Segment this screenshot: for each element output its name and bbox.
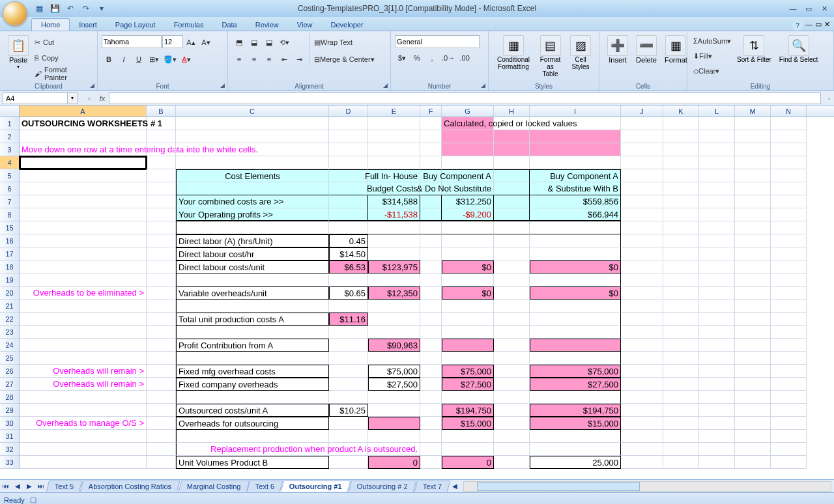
doc-close[interactable]: ✕ (824, 20, 830, 31)
ribbon-tab-formulas[interactable]: Formulas (165, 19, 213, 31)
cell-G26[interactable]: $75,000 (442, 365, 494, 378)
cell-C24[interactable]: Profit Contribution from A (176, 339, 329, 352)
cell-I24[interactable] (530, 339, 621, 352)
cell-F29[interactable] (420, 404, 442, 417)
cell-B20[interactable] (147, 287, 176, 300)
cell-H33[interactable] (494, 456, 530, 469)
restore-button[interactable]: ▭ (801, 3, 816, 14)
cell-I26[interactable]: $75,000 (530, 365, 621, 378)
cell-B6[interactable] (147, 182, 176, 195)
cell-K29[interactable] (663, 404, 699, 417)
cell-J17[interactable] (621, 247, 663, 260)
cell-A21[interactable] (20, 300, 147, 313)
cell-B29[interactable] (147, 404, 176, 417)
cell-A17[interactable] (20, 247, 147, 260)
cell-A18[interactable] (20, 260, 147, 273)
cell-L4[interactable] (699, 156, 735, 169)
cell-F17[interactable] (420, 247, 442, 260)
cell-I15[interactable] (530, 221, 621, 234)
cell-I16[interactable] (530, 234, 621, 247)
cancel-formula-icon[interactable]: ● (83, 92, 96, 104)
cell-B28[interactable] (147, 391, 176, 404)
cell-A26[interactable]: Overheads will remain > (20, 365, 147, 378)
cell-L6[interactable] (699, 182, 735, 195)
column-header-L[interactable]: L (699, 105, 735, 117)
cell-D28[interactable] (329, 391, 368, 404)
cell-J3[interactable] (621, 143, 663, 156)
redo-icon[interactable]: ↷ (79, 2, 93, 15)
cell-F2[interactable] (420, 130, 442, 143)
cell-E29[interactable] (368, 404, 420, 417)
cell-L28[interactable] (699, 391, 735, 404)
column-header-N[interactable]: N (771, 105, 807, 117)
paste-button[interactable]: 📋 Paste ▾ (4, 33, 33, 81)
cell-H29[interactable] (494, 404, 530, 417)
cell-E23[interactable] (368, 326, 420, 339)
cell-D16[interactable]: 0.45 (329, 234, 368, 247)
cell-E21[interactable] (368, 300, 420, 313)
row-header-16[interactable]: 16 (0, 234, 20, 247)
column-header-J[interactable]: J (621, 105, 663, 117)
cell-H6[interactable] (494, 182, 530, 195)
tab-nav-first[interactable]: ⏮ (0, 481, 12, 492)
cell-N31[interactable] (771, 430, 807, 443)
row-header-19[interactable]: 19 (0, 273, 20, 287)
insert-button[interactable]: ➕Insert (603, 33, 632, 66)
cell-E18[interactable]: $123,975 (368, 260, 420, 273)
column-header-F[interactable]: F (420, 105, 442, 117)
cell-E28[interactable] (368, 391, 420, 404)
cell-K26[interactable] (663, 365, 699, 378)
fill-button[interactable]: ⬇ Fill ▾ (691, 49, 733, 63)
cell-D3[interactable] (329, 143, 368, 156)
cell-G21[interactable] (442, 300, 494, 313)
cell-J27[interactable] (621, 378, 663, 391)
cell-L31[interactable] (699, 430, 735, 443)
cell-E33[interactable]: 0 (368, 456, 420, 469)
row-header-3[interactable]: 3 (0, 143, 20, 156)
cell-A32[interactable] (20, 443, 147, 456)
cell-B16[interactable] (147, 234, 176, 247)
cell-M4[interactable] (735, 156, 771, 169)
cell-D7[interactable] (329, 195, 368, 208)
cell-C28[interactable] (176, 391, 329, 404)
cell-F7[interactable] (420, 195, 442, 208)
cell-M8[interactable] (735, 208, 771, 221)
currency-icon[interactable]: $▾ (395, 51, 409, 65)
cell-M19[interactable] (735, 273, 771, 287)
cell-C22[interactable]: Total unit production costs A (176, 313, 329, 326)
column-header-A[interactable]: A (20, 105, 147, 117)
cell-H5[interactable] (494, 169, 530, 182)
column-header-G[interactable]: G (442, 105, 494, 117)
expand-formula-bar[interactable]: ⌄ (824, 95, 834, 101)
cell-B26[interactable] (147, 365, 176, 378)
font-size-combo[interactable] (162, 35, 183, 48)
cell-C18[interactable]: Direct labour costs/unit (176, 260, 329, 273)
format-as-table-button[interactable]: ▤Format as Table (534, 33, 566, 80)
cell-G30[interactable]: $15,000 (442, 417, 494, 430)
cell-N16[interactable] (771, 234, 807, 247)
cell-G22[interactable] (442, 313, 494, 326)
cell-K1[interactable] (663, 117, 699, 130)
cell-J22[interactable] (621, 313, 663, 326)
cell-L24[interactable] (699, 339, 735, 352)
cell-E17[interactable] (368, 247, 420, 260)
row-header-6[interactable]: 6 (0, 182, 20, 195)
cell-A5[interactable] (20, 169, 147, 182)
cell-J24[interactable] (621, 339, 663, 352)
cell-A19[interactable] (20, 273, 147, 287)
cell-M16[interactable] (735, 234, 771, 247)
cell-M23[interactable] (735, 326, 771, 339)
cell-H4[interactable] (494, 156, 530, 169)
cell-D21[interactable] (329, 300, 368, 313)
number-dialog-launcher[interactable]: ◢ (479, 81, 487, 89)
cell-L18[interactable] (699, 260, 735, 273)
tab-scroll-indicator[interactable]: ◀ (449, 481, 461, 492)
ribbon-tab-developer[interactable]: Developer (321, 19, 372, 31)
cell-N32[interactable] (771, 443, 807, 456)
cell-D24[interactable] (329, 339, 368, 352)
cell-G1[interactable]: Calculated, copied or locked values (442, 117, 494, 130)
cell-E7[interactable]: $314,588 (368, 195, 420, 208)
conditional-formatting-button[interactable]: ▦Conditional Formatting (493, 33, 534, 80)
cell-A8[interactable] (20, 208, 147, 221)
cell-F28[interactable] (420, 391, 442, 404)
